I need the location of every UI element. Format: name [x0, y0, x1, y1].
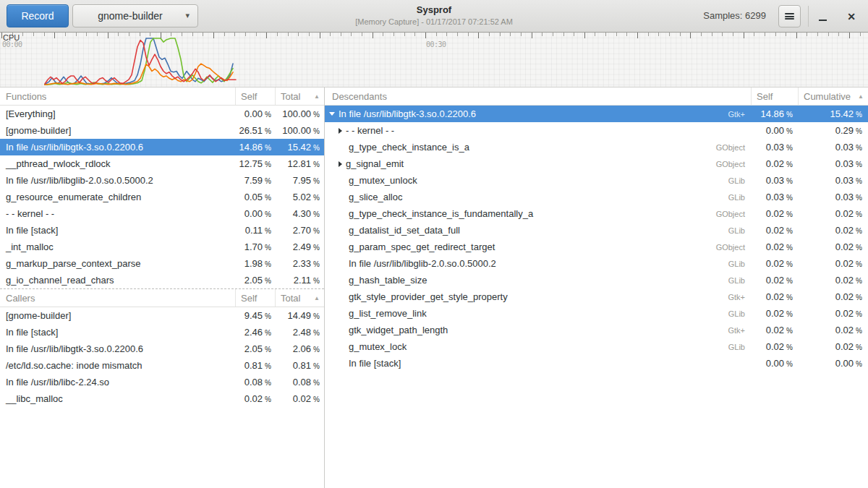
function-name: - - kernel - -	[6, 208, 54, 219]
percent-unit: %	[265, 127, 271, 135]
table-row[interactable]: /etc/ld.so.cache: inode mismatch0.81%0.8…	[0, 357, 324, 374]
table-row[interactable]: In file /usr/lib/libgtk-3.so.0.2200.6Gtk…	[325, 106, 868, 122]
self-value: 7.59%	[235, 175, 275, 186]
percent-unit: %	[313, 395, 320, 403]
column-header-descendants[interactable]: Descendants	[325, 87, 751, 105]
table-row[interactable]: - - kernel - -0.00%0.29%	[325, 122, 868, 139]
self-value: 14.86%	[235, 142, 275, 153]
percent-unit: %	[313, 210, 320, 218]
ruler-minor-tick	[626, 33, 627, 36]
ruler-minor-tick	[393, 33, 394, 36]
ruler-minor-tick	[182, 33, 182, 36]
table-row[interactable]: In file /usr/lib/libgtk-3.so.0.2200.614.…	[0, 139, 324, 155]
table-row[interactable]: __pthread_rwlock_rdlock12.75%12.81%	[0, 155, 324, 172]
column-header-callers[interactable]: Callers	[0, 289, 235, 307]
record-button[interactable]: Record	[7, 4, 69, 27]
percent-unit: %	[313, 194, 320, 202]
column-header-self[interactable]: Self	[235, 87, 275, 105]
column-header-functions[interactable]: Functions	[0, 87, 235, 105]
table-row[interactable]: g_hash_table_sizeGLib0.02%0.02%	[325, 272, 868, 288]
percent-unit: %	[786, 244, 793, 252]
ruler-minor-tick	[648, 33, 649, 36]
ruler-minor-tick	[330, 33, 331, 36]
ruler-minor-tick	[521, 33, 522, 36]
ruler-minor-tick	[150, 33, 150, 36]
self-value: 0.02%	[751, 208, 798, 219]
function-name-cell: __libc_malloc	[0, 393, 235, 404]
expander-expanded-icon[interactable]	[329, 112, 335, 116]
samples-count: Samples: 6299	[703, 0, 766, 33]
table-row[interactable]: g_mutex_lockGLib0.02%0.02%	[325, 338, 868, 355]
percent-unit: %	[313, 144, 320, 152]
table-row[interactable]: In file /usr/lib/libglib-2.0.so.0.5000.2…	[325, 255, 868, 272]
time-tick-start: 00:00	[2, 40, 22, 48]
function-name-cell: In file /usr/lib/libgtk-3.so.0.2200.6Gtk…	[325, 108, 751, 119]
table-row[interactable]: gtk_style_provider_get_style_propertyGtk…	[325, 288, 868, 305]
ruler-minor-tick	[129, 33, 129, 36]
ruler-minor-tick	[140, 33, 140, 36]
table-row[interactable]: In file [stack]0.00%0.00%	[325, 355, 868, 372]
table-row[interactable]: g_list_remove_linkGLib0.02%0.02%	[325, 305, 868, 322]
table-row[interactable]: g_type_check_instance_is_aGObject0.03%0.…	[325, 139, 868, 155]
function-name-cell: g_type_check_instance_is_aGObject	[325, 142, 751, 153]
ruler-major-tick	[320, 33, 320, 38]
table-row[interactable]: In file [stack]0.11%2.70%	[0, 222, 324, 239]
cpu-graph[interactable]: CPU 00:00 00:30	[0, 33, 868, 87]
percent-unit: %	[786, 310, 793, 318]
percent-unit: %	[856, 177, 862, 185]
table-row[interactable]: g_param_spec_get_redirect_targetGObject0…	[325, 239, 868, 255]
table-row[interactable]: - - kernel - -0.00%4.30%	[0, 205, 324, 222]
table-row[interactable]: g_mutex_unlockGLib0.03%0.03%	[325, 172, 868, 189]
ruler-minor-tick	[786, 33, 786, 36]
table-row[interactable]: g_datalist_id_set_data_fullGLib0.02%0.02…	[325, 222, 868, 239]
percent-unit: %	[856, 160, 862, 168]
total-value: 2.06%	[275, 343, 324, 354]
percent-unit: %	[265, 329, 271, 337]
table-row[interactable]: [gnome-builder]9.45%14.49%	[0, 307, 324, 324]
self-value: 0.81%	[235, 360, 275, 371]
table-row[interactable]: g_resource_enumerate_children0.05%5.02%	[0, 189, 324, 205]
self-value: 0.03%	[751, 142, 798, 153]
table-row[interactable]: gtk_widget_path_lengthGtk+0.02%0.02%	[325, 322, 868, 338]
table-row[interactable]: g_slice_allocGLib0.03%0.03%	[325, 189, 868, 205]
column-header-self[interactable]: Self	[235, 289, 275, 307]
ruler-minor-tick	[446, 33, 447, 36]
close-button[interactable]: ✕	[841, 5, 862, 27]
column-header-total[interactable]: Total▲	[275, 289, 324, 307]
function-name-cell: [Everything]	[0, 108, 235, 119]
table-row[interactable]: In file /usr/lib/libglib-2.0.so.0.5000.2…	[0, 172, 324, 189]
table-row[interactable]: g_markup_parse_context_parse1.98%2.33%	[0, 255, 324, 272]
column-header-total[interactable]: Total▲	[275, 87, 324, 105]
ruler-minor-tick	[712, 33, 712, 36]
ruler-minor-tick	[309, 33, 310, 36]
ruler-minor-tick	[828, 33, 829, 36]
table-row[interactable]: [gnome-builder]26.51%100.00%	[0, 122, 324, 139]
self-value: 0.00%	[751, 358, 798, 369]
minimize-button[interactable]	[812, 5, 833, 27]
table-row[interactable]: g_type_check_instance_is_fundamentally_a…	[325, 205, 868, 222]
table-row[interactable]: [Everything]0.00%100.00%	[0, 106, 324, 122]
percent-unit: %	[265, 160, 271, 168]
main-content: Functions Self Total▲ [Everything]0.00%1…	[0, 87, 868, 488]
column-header-self[interactable]: Self	[751, 87, 798, 105]
menu-button[interactable]	[778, 5, 801, 27]
expander-collapsed-icon[interactable]	[339, 161, 342, 167]
table-row[interactable]: In file /usr/lib/libgtk-3.so.0.2200.62.0…	[0, 341, 324, 357]
function-name: g_mutex_unlock	[349, 175, 417, 186]
column-header-cumulative[interactable]: Cumulative▲	[798, 87, 868, 105]
self-value: 0.00%	[235, 108, 275, 119]
table-row[interactable]: _int_malloc1.70%2.49%	[0, 239, 324, 255]
process-selector-dropdown[interactable]: gnome-builder ▾	[72, 4, 198, 27]
ruler-minor-tick	[500, 33, 501, 36]
table-row[interactable]: In file [stack]2.46%2.48%	[0, 324, 324, 341]
time-ruler	[0, 33, 868, 40]
table-row[interactable]: In file /usr/lib/libc-2.24.so0.08%0.08%	[0, 374, 324, 390]
ruler-minor-tick	[563, 33, 564, 36]
expander-collapsed-icon[interactable]	[339, 128, 342, 134]
table-row[interactable]: __libc_malloc0.02%0.02%	[0, 390, 324, 407]
table-row[interactable]: g_io_channel_read_chars2.05%2.11%	[0, 272, 324, 288]
table-row[interactable]: g_signal_emitGObject0.02%0.03%	[325, 155, 868, 172]
ruler-minor-tick	[234, 33, 235, 36]
ruler-major-tick	[584, 33, 585, 38]
function-name-cell: - - kernel - -	[325, 125, 751, 136]
